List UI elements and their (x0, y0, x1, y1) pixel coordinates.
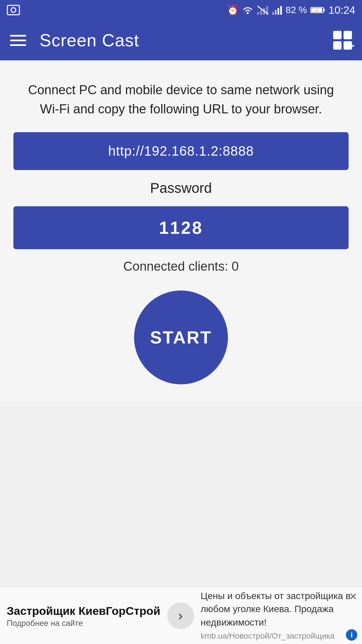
time-display: 10:24 (328, 4, 355, 16)
connected-clients: Connected clients: 0 (123, 259, 239, 274)
toolbar: Screen Cast + (0, 20, 362, 60)
battery-icon: ⚡ (310, 6, 325, 14)
svg-rect-13 (323, 9, 325, 11)
ad-company-name: Застройщик КиевГорСтрой (7, 603, 161, 618)
url-box[interactable]: http://192.168.1.2:8888 (13, 132, 349, 170)
wifi-icon (242, 5, 253, 15)
signal-icon (272, 5, 282, 15)
ad-info-icon: i (351, 631, 353, 639)
ad-text-content: Цены и объекты от застройщика в любом уг… (201, 589, 356, 642)
svg-rect-10 (278, 8, 279, 15)
signal-crossed-icon (257, 5, 269, 15)
svg-text:⚡: ⚡ (314, 8, 319, 13)
menu-button[interactable] (10, 35, 26, 46)
svg-rect-8 (272, 12, 274, 15)
ad-arrow-button[interactable]: › (167, 602, 194, 629)
svg-point-1 (11, 8, 16, 12)
svg-point-2 (247, 12, 249, 14)
svg-rect-4 (260, 10, 262, 15)
ad-close-button[interactable]: ✕ (349, 591, 357, 602)
password-box: 1128 (13, 206, 349, 249)
status-bar: ⏰ 82 % ⚡ (0, 0, 362, 20)
svg-rect-11 (280, 6, 282, 15)
ad-info-button[interactable]: i (346, 629, 357, 641)
password-label: Password (150, 180, 212, 196)
battery-percent: 82 % (286, 5, 307, 15)
alarm-icon: ⏰ (227, 5, 239, 16)
ad-banner: Застройщик КиевГорСтрой Подробнее на сай… (0, 587, 362, 644)
svg-rect-3 (257, 12, 259, 15)
status-bar-icons: ⏰ 82 % ⚡ (227, 4, 355, 16)
password-value: 1128 (159, 218, 203, 237)
start-button[interactable]: START (134, 290, 228, 384)
svg-rect-0 (7, 5, 19, 15)
status-bar-left (7, 3, 20, 17)
instruction-text: Connect PC and mobile device to same net… (13, 77, 349, 122)
ad-url: kmb.ua/Новострой/От_застройщика (201, 631, 335, 640)
ad-company-info: Застройщик КиевГорСтрой Подробнее на сай… (7, 603, 161, 628)
ad-text: Цены и объекты от застройщика в любом уг… (201, 591, 351, 627)
ad-subtitle: Подробнее на сайте (7, 619, 161, 628)
app-title: Screen Cast (40, 30, 320, 50)
ad-arrow-icon: › (178, 608, 183, 623)
main-content: Connect PC and mobile device to same net… (0, 60, 362, 401)
add-screen-button[interactable]: + (333, 31, 352, 50)
photo-icon (7, 3, 20, 17)
svg-rect-9 (275, 10, 277, 15)
url-text: http://192.168.1.2:8888 (108, 144, 254, 158)
start-label: START (150, 327, 212, 347)
